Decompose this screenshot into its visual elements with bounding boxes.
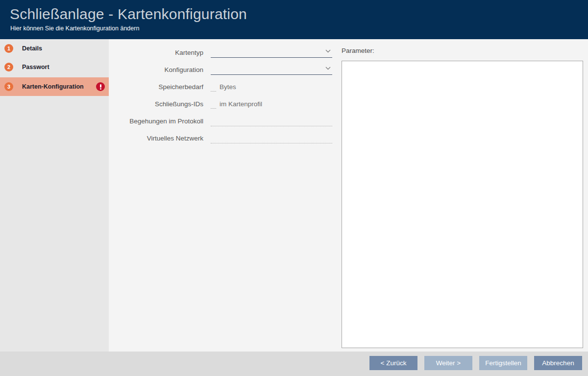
parameter-label: Parameter: <box>342 47 374 54</box>
virtuelles-netzwerk-field-wrap <box>211 131 332 143</box>
konfiguration-label: Konfiguration <box>109 61 211 78</box>
step-number-badge: 2 <box>4 63 13 71</box>
main-content: Kartentyp Konfiguration Speicherbedarf B… <box>109 39 588 352</box>
chevron-down-icon <box>325 63 331 72</box>
step-number-badge: 1 <box>4 44 13 53</box>
empty-value-dots <box>211 103 216 109</box>
dialog-header: Schließanlage - Kartenkonfiguration Hier… <box>0 0 588 39</box>
form-row-begehungen: Begehungen im Protokoll <box>109 113 339 130</box>
begehungen-input[interactable] <box>211 115 332 126</box>
page-subtitle: Hier können Sie die Kartenkonfiguration … <box>10 25 139 32</box>
error-icon <box>96 82 105 91</box>
kartentyp-label: Kartentyp <box>109 44 211 61</box>
card-config-form: Kartentyp Konfiguration Speicherbedarf B… <box>109 44 339 147</box>
virtuelles-netzwerk-input[interactable] <box>211 132 332 143</box>
wizard-sidebar: 1 Details 2 Passwort 3 Karten-Konfigurat… <box>0 39 109 352</box>
form-row-konfiguration: Konfiguration <box>109 61 339 78</box>
cancel-button[interactable]: Abbrechen <box>534 356 582 370</box>
begehungen-label: Begehungen im Protokoll <box>109 113 211 130</box>
step-label: Passwort <box>22 64 49 70</box>
parameter-list-box <box>342 61 583 348</box>
empty-value-dots <box>211 86 216 92</box>
form-row-schliessungs-ids: Schließungs-IDs im Kartenprofil <box>109 95 339 113</box>
wizard-step-passwort[interactable]: 2 Passwort <box>0 58 109 76</box>
schliessungs-ids-value: im Kartenprofil <box>220 100 262 108</box>
form-row-speicherbedarf: Speicherbedarf Bytes <box>109 78 339 95</box>
speicherbedarf-label: Speicherbedarf <box>109 78 211 95</box>
kartentyp-select[interactable] <box>211 45 332 58</box>
step-label: Details <box>22 45 42 52</box>
page-title: Schließanlage - Kartenkonfiguration <box>10 6 247 23</box>
step-label: Karten-Konfiguration <box>22 83 84 90</box>
wizard-step-details[interactable]: 1 Details <box>0 39 109 58</box>
back-button[interactable]: < Zurück <box>369 356 417 370</box>
footer-bar: < Zurück Weiter > Fertigstellen Abbreche… <box>0 352 588 376</box>
speicherbedarf-unit: Bytes <box>220 83 236 91</box>
step-number-badge: 3 <box>4 82 13 91</box>
virtuelles-netzwerk-label: Virtuelles Netzwerk <box>109 130 211 147</box>
schliessungs-ids-label: Schließungs-IDs <box>109 95 211 113</box>
begehungen-field-wrap <box>211 114 332 126</box>
wizard-step-karten-konfiguration[interactable]: 3 Karten-Konfiguration <box>0 77 109 96</box>
form-row-kartentyp: Kartentyp <box>109 44 339 61</box>
finish-button[interactable]: Fertigstellen <box>479 356 527 370</box>
speicherbedarf-value-field: Bytes <box>211 78 332 95</box>
konfiguration-select[interactable] <box>211 62 332 75</box>
form-row-virtuelles-netzwerk: Virtuelles Netzwerk <box>109 130 339 147</box>
schliessungs-ids-value-field: im Kartenprofil <box>211 95 332 113</box>
chevron-down-icon <box>325 46 331 55</box>
next-button[interactable]: Weiter > <box>424 356 472 370</box>
